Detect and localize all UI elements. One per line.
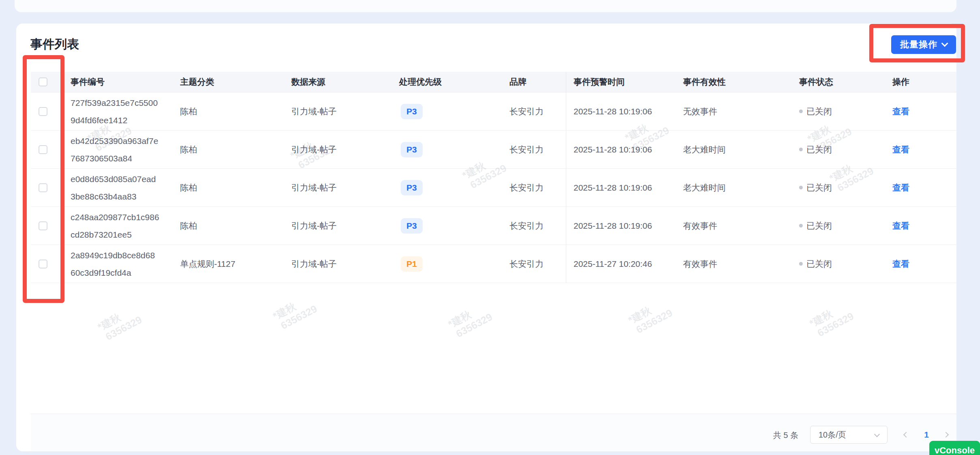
column-header-warn-time: 事件预警时间: [574, 76, 625, 88]
event-id-line1: 727f539a2315e7c5500: [71, 94, 158, 112]
row-checkbox[interactable]: [39, 260, 47, 268]
status-dot-icon: [799, 262, 803, 266]
cell-warn-time: 2025-11-28 10:19:06: [574, 221, 652, 231]
chevron-right-icon: [943, 432, 949, 438]
pagination-total: 共 5 条: [773, 430, 798, 441]
view-link[interactable]: 查看: [892, 144, 909, 155]
event-id-line2: 9d4fd6fee1412: [71, 112, 158, 129]
chevron-left-icon: [903, 432, 909, 438]
select-all-checkbox[interactable]: [39, 77, 47, 86]
column-header-topic: 主题分类: [180, 76, 214, 88]
priority-badge: P1: [401, 256, 423, 272]
cell-warn-time: 2025-11-27 10:20:46: [574, 259, 652, 269]
event-id-line1: c248aa209877cb1c986: [71, 208, 159, 226]
status-dot-icon: [799, 109, 803, 113]
cell-warn-time: 2025-11-28 10:19:06: [574, 107, 652, 116]
cell-topic: 陈柏: [180, 106, 197, 117]
cell-status: 已关闭: [799, 258, 832, 270]
batch-operation-button[interactable]: 批量操作: [891, 35, 956, 54]
table-row: eb42d253390a963af7e 7687306503a84 陈柏 引力域…: [31, 131, 956, 169]
page-title: 事件列表: [30, 37, 79, 51]
cell-status: 已关闭: [799, 106, 832, 117]
vconsole-button[interactable]: vConsole: [929, 441, 980, 455]
fixed-column-divider: [566, 72, 566, 283]
chevron-down-icon: [874, 431, 880, 437]
status-label: 已关闭: [806, 220, 832, 232]
event-id-line2: 60c3d9f19cfd4a: [71, 264, 155, 281]
cell-source: 引力域-帖子: [291, 258, 337, 270]
priority-badge: P3: [401, 218, 423, 234]
cell-topic: 单点规则-1127: [180, 258, 235, 270]
batch-operation-label: 批量操作: [900, 39, 937, 51]
cell-brand: 长安引力: [509, 106, 544, 117]
event-id-line1: e0d8d653d085a07ead: [71, 170, 156, 188]
cell-source: 引力域-帖子: [291, 144, 337, 155]
table-row: 2a8949c19db8ce8d68 60c3d9f19cfd4a 单点规则-1…: [31, 245, 956, 283]
view-link[interactable]: 查看: [892, 106, 909, 117]
cell-warn-time: 2025-11-28 10:19:06: [574, 145, 652, 155]
view-link[interactable]: 查看: [892, 182, 909, 193]
page: *建秋6356329*建秋6356329*建秋6356329*建秋6356329…: [0, 0, 980, 455]
cell-source: 引力域-帖子: [291, 106, 337, 117]
status-label: 已关闭: [806, 258, 832, 270]
previous-card-bottom-edge: [15, 0, 956, 12]
cell-source: 引力域-帖子: [291, 182, 337, 193]
cell-brand: 长安引力: [509, 182, 544, 193]
cell-validity: 老大难时间: [683, 144, 726, 155]
cell-brand: 长安引力: [509, 144, 544, 155]
event-table: 事件编号 主题分类 数据来源 处理优先级 品牌 事件预警时间 事件有效性 事件状…: [31, 72, 956, 283]
status-dot-icon: [799, 186, 803, 189]
cell-status: 已关闭: [799, 144, 832, 155]
cell-validity: 无效事件: [683, 106, 717, 117]
status-label: 已关闭: [806, 106, 832, 117]
cell-validity: 有效事件: [683, 220, 717, 232]
cell-event-id: e0d8d653d085a07ead 3be88c63b4aa83: [71, 170, 156, 205]
row-checkbox[interactable]: [39, 183, 47, 192]
column-header-priority: 处理优先级: [399, 76, 442, 88]
page-size-select[interactable]: 10条/页: [810, 426, 888, 444]
event-list-card: 事件列表 批量操作 事件编号 主题分类 数据来源 处理优先级 品牌 事件预警时间…: [16, 24, 956, 451]
column-header-validity: 事件有效性: [683, 76, 726, 88]
page-size-value: 10条/页: [819, 429, 846, 440]
table-header-row: 事件编号 主题分类 数据来源 处理优先级 品牌 事件预警时间 事件有效性 事件状…: [31, 72, 956, 92]
cell-validity: 老大难时间: [683, 182, 726, 193]
view-link[interactable]: 查看: [892, 258, 909, 270]
status-label: 已关闭: [806, 144, 832, 155]
cell-topic: 陈柏: [180, 144, 197, 155]
priority-badge: P3: [401, 180, 423, 195]
table-row: 727f539a2315e7c5500 9d4fd6fee1412 陈柏 引力域…: [31, 92, 956, 131]
table-row: e0d8d653d085a07ead 3be88c63b4aa83 陈柏 引力域…: [31, 169, 956, 207]
cell-topic: 陈柏: [180, 220, 197, 232]
cell-brand: 长安引力: [509, 220, 544, 232]
cell-topic: 陈柏: [180, 182, 197, 193]
status-dot-icon: [799, 148, 803, 151]
priority-badge: P3: [401, 104, 423, 119]
cell-source: 引力域-帖子: [291, 220, 337, 232]
cell-event-id: 727f539a2315e7c5500 9d4fd6fee1412: [71, 94, 158, 129]
priority-badge: P3: [401, 142, 423, 157]
event-id-line2: cd28b73201ee5: [71, 226, 159, 243]
column-header-source: 数据来源: [291, 76, 325, 88]
cell-event-id: eb42d253390a963af7e 7687306503a84: [71, 132, 158, 167]
event-id-line2: 7687306503a84: [71, 150, 158, 167]
row-checkbox[interactable]: [39, 107, 47, 116]
prev-page-button[interactable]: [898, 426, 914, 444]
event-id-line1: 2a8949c19db8ce8d68: [71, 247, 155, 264]
cell-validity: 有效事件: [683, 258, 717, 270]
status-label: 已关闭: [806, 182, 832, 193]
status-dot-icon: [799, 224, 803, 228]
column-header-event-id: 事件编号: [71, 76, 105, 88]
table-row: c248aa209877cb1c986 cd28b73201ee5 陈柏 引力域…: [31, 207, 956, 245]
cell-status: 已关闭: [799, 220, 832, 232]
row-checkbox[interactable]: [39, 145, 47, 154]
view-link[interactable]: 查看: [892, 220, 909, 232]
column-header-status: 事件状态: [799, 76, 833, 88]
column-header-action: 操作: [892, 76, 909, 88]
cell-status: 已关闭: [799, 182, 832, 193]
column-header-brand: 品牌: [509, 76, 527, 88]
row-checkbox[interactable]: [39, 221, 47, 230]
chevron-down-icon: [941, 40, 948, 47]
event-id-line1: eb42d253390a963af7e: [71, 132, 158, 150]
event-id-line2: 3be88c63b4aa83: [71, 188, 156, 205]
cell-brand: 长安引力: [509, 258, 544, 270]
